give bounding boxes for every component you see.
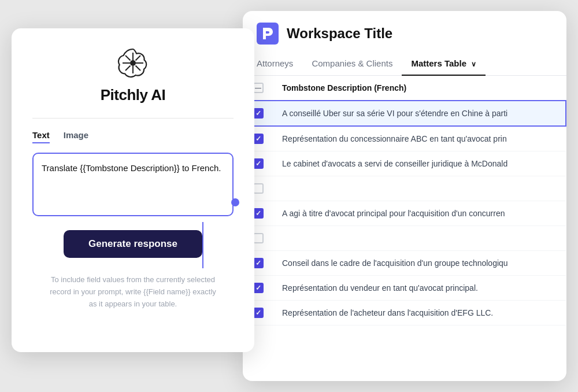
table-header-row: Tombstone Description (French)	[243, 76, 566, 101]
tab-companies-clients[interactable]: Companies & Clients	[302, 54, 402, 75]
pitchly-logo-icon	[117, 47, 149, 79]
generate-response-button[interactable]: Generate response	[64, 230, 202, 258]
select-all-checkbox[interactable]	[253, 83, 264, 93]
tab-matters-table[interactable]: Matters Table ∨	[402, 54, 486, 75]
row-checkbox[interactable]	[253, 108, 264, 119]
table-row	[243, 226, 566, 251]
row-checkbox[interactable]	[253, 258, 264, 268]
workspace-header: Workspace Title	[243, 11, 566, 45]
table-body: A conseillé Uber sur sa série VI pour s'…	[243, 101, 566, 326]
table-row: Représentation du vendeur en tant qu'avo…	[243, 276, 566, 301]
workspace-nav-tabs: Attorneys Companies & Clients Matters Ta…	[243, 45, 566, 76]
row-checkbox[interactable]	[253, 134, 264, 144]
row-checkbox[interactable]	[253, 283, 264, 293]
app-title: Pitchly AI	[101, 86, 166, 104]
table-row: Conseil dans le cadre de l'acquisition d…	[243, 251, 566, 276]
tab-attorneys[interactable]: Attorneys	[257, 54, 302, 75]
svg-line-8	[125, 66, 131, 71]
row-description: A conseillé Uber sur sa série VI pour s'…	[273, 101, 566, 126]
right-panel: Workspace Title Attorneys Companies & Cl…	[243, 11, 566, 381]
svg-line-7	[135, 56, 140, 61]
matters-table: Tombstone Description (French) A conseil…	[243, 76, 566, 326]
svg-line-5	[125, 56, 131, 61]
table-row: Représentation du concessionnaire ABC en…	[243, 126, 566, 151]
table-container: Tombstone Description (French) A conseil…	[243, 76, 566, 381]
row-description: Conseil dans le cadre de l'acquisition d…	[273, 251, 566, 276]
left-panel: Pitchly AI Text Image Translate {{Tombst…	[12, 28, 254, 352]
table-row: Le cabinet d'avocats a servi de conseill…	[243, 151, 566, 176]
row-description: Le cabinet d'avocats a servi de conseill…	[273, 151, 566, 176]
row-checkbox[interactable]	[253, 208, 264, 219]
row-description: A agi à titre d'avocat principal pour l'…	[273, 201, 566, 226]
workspace-icon	[257, 23, 279, 45]
tab-text[interactable]: Text	[32, 130, 50, 143]
row-description: Représentation du concessionnaire ABC en…	[273, 126, 566, 151]
row-checkbox[interactable]	[253, 233, 264, 243]
svg-line-6	[135, 66, 140, 71]
row-checkbox[interactable]	[253, 308, 264, 318]
table-row	[243, 176, 566, 201]
row-description	[273, 176, 566, 201]
tab-image[interactable]: Image	[64, 130, 88, 143]
row-checkbox[interactable]	[253, 183, 264, 194]
table-row: A conseillé Uber sur sa série VI pour s'…	[243, 101, 566, 126]
header-divider	[32, 118, 234, 119]
table-row: A agi à titre d'avocat principal pour l'…	[243, 201, 566, 226]
hint-text: To include field values from the current…	[46, 274, 220, 310]
chevron-down-icon: ∨	[471, 60, 476, 68]
tombstone-description-header: Tombstone Description (French)	[273, 76, 566, 101]
row-description: Représentation de l'acheteur dans l'acqu…	[273, 301, 566, 326]
table-row: Représentation de l'acheteur dans l'acqu…	[243, 301, 566, 326]
svg-point-0	[130, 60, 136, 66]
prompt-input[interactable]: Translate {{Tombstone Description}} to F…	[32, 153, 234, 216]
row-description: Représentation du vendeur en tant qu'avo…	[273, 276, 566, 301]
logo-area: Pitchly AI	[101, 47, 166, 104]
connector-dot	[231, 198, 239, 206]
row-checkbox[interactable]	[253, 158, 264, 169]
row-description	[273, 226, 566, 251]
workspace-title: Workspace Title	[287, 25, 392, 42]
mode-tabs: Text Image	[32, 130, 234, 143]
